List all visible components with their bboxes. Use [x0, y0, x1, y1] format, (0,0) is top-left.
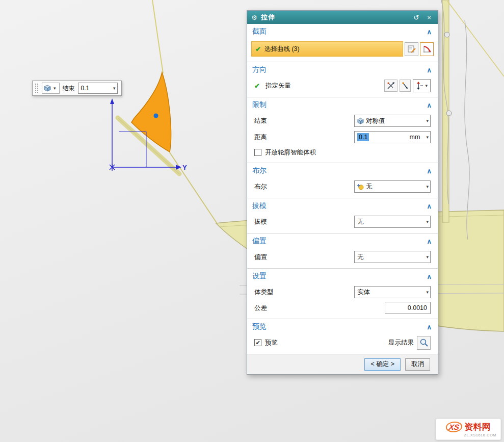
- body-type-label: 体类型: [254, 288, 274, 297]
- cube-icon: [44, 85, 51, 92]
- offset-label: 偏置: [254, 253, 267, 262]
- boolean-row: 布尔 无 ▾: [247, 178, 438, 195]
- point-vector-button[interactable]: [400, 80, 411, 92]
- draft-value: 无: [357, 218, 364, 226]
- curve-rule-icon: [422, 44, 432, 54]
- draft-label: 拔模: [254, 218, 267, 226]
- end-row: 结束 对称值 ▾: [247, 113, 438, 129]
- open-profile-label: 开放轮廓智能体积: [265, 148, 316, 157]
- mini-distance-value: 0.1: [81, 85, 90, 92]
- boolean-group-header[interactable]: 布尔 ∧: [247, 163, 438, 178]
- select-curves-row: ✔ 选择曲线 (3): [247, 39, 438, 59]
- end-option-dropdown[interactable]: ▾: [42, 83, 60, 94]
- sail-point-handle[interactable]: [154, 114, 158, 118]
- distance-input[interactable]: 0.1 mm ▾: [354, 131, 431, 143]
- show-result-button[interactable]: [417, 336, 431, 350]
- drag-handle[interactable]: [35, 83, 39, 93]
- preview-label: 预览: [265, 339, 278, 347]
- select-curves-field[interactable]: ✔ 选择曲线 (3): [251, 41, 403, 57]
- sail-selected-shape[interactable]: [131, 72, 171, 152]
- chevron-up-icon[interactable]: ∧: [427, 28, 432, 36]
- group-offset: 偏置 ∧ 偏置 无 ▾: [247, 233, 438, 268]
- draft-group-header[interactable]: 拔模 ∧: [247, 198, 438, 214]
- specify-vector-label: 指定矢量: [266, 82, 291, 90]
- vector-crossed-arrows-icon: [387, 82, 395, 90]
- curve-endpoint-1[interactable]: [444, 32, 449, 37]
- vector-dialog-button[interactable]: [384, 80, 397, 92]
- distance-unit[interactable]: mm: [407, 134, 425, 141]
- frame-curve-2: [465, 20, 469, 240]
- tolerance-label: 公差: [254, 304, 267, 313]
- direction-group-header[interactable]: 方向 ∧: [247, 62, 438, 77]
- caret-down-icon: ▾: [425, 220, 430, 224]
- caret-down-icon: ▾: [112, 86, 117, 91]
- section-header-label: 截面: [252, 27, 267, 36]
- caret-down-icon: ▾: [425, 255, 430, 259]
- draft-dropdown[interactable]: 无 ▾: [354, 216, 431, 228]
- reverse-direction-dropdown[interactable]: ▾: [413, 79, 431, 92]
- settings-header-label: 设置: [252, 272, 267, 281]
- chevron-up-icon[interactable]: ∧: [427, 202, 432, 210]
- chevron-up-icon[interactable]: ∧: [427, 167, 432, 175]
- direction-header-label: 方向: [252, 65, 267, 74]
- limits-header-label: 限制: [252, 100, 267, 110]
- offset-dropdown[interactable]: 无 ▾: [354, 251, 431, 263]
- sketch-section-button[interactable]: [405, 42, 418, 56]
- boolean-none-icon: [357, 184, 364, 190]
- sketch-section-icon: [407, 44, 416, 54]
- specify-vector-row: ✔ 指定矢量: [247, 77, 438, 94]
- caret-down-icon: ▾: [425, 185, 430, 189]
- open-profile-row: 开放轮廓智能体积: [247, 145, 438, 160]
- chevron-up-icon[interactable]: ∧: [427, 66, 432, 74]
- distance-value: 0.1: [357, 133, 369, 141]
- tolerance-value: 0.0010: [408, 304, 427, 311]
- mini-distance-dropdown[interactable]: 0.1 ▾: [78, 83, 118, 94]
- body-type-dropdown[interactable]: 实体 ▾: [354, 286, 431, 298]
- distance-row: 距离 0.1 mm ▾: [247, 129, 438, 145]
- chevron-up-icon[interactable]: ∧: [427, 101, 432, 109]
- chevron-up-icon[interactable]: ∧: [427, 323, 432, 331]
- group-preview: 预览 ∧ ✔ 预览 显示结果: [247, 319, 438, 354]
- distance-label: 距离: [254, 133, 267, 142]
- point-arrow-icon: [402, 82, 409, 89]
- check-icon: ✔: [254, 82, 260, 90]
- axis-up-arrowhead: [110, 98, 114, 104]
- reverse-direction-icon: [415, 81, 423, 90]
- onscreen-input-toolbar[interactable]: ▾ 结束 0.1 ▾: [32, 81, 122, 96]
- end-label: 结束: [254, 117, 267, 125]
- dialog-title-bar[interactable]: ⚙ 拉伸 ↺ ×: [247, 11, 438, 24]
- boolean-label: 布尔: [254, 183, 267, 191]
- open-profile-checkbox[interactable]: [254, 149, 261, 156]
- watermark-brand: 资料网: [465, 421, 491, 433]
- close-button[interactable]: ×: [425, 14, 434, 21]
- limits-group-header[interactable]: 限制 ∧: [247, 97, 438, 113]
- curve-rule-button[interactable]: [420, 42, 434, 56]
- preview-row: ✔ 预览 显示结果: [247, 334, 438, 351]
- preview-group-header[interactable]: 预览 ∧: [247, 319, 438, 334]
- preview-checkbox[interactable]: ✔: [254, 339, 261, 346]
- tolerance-input[interactable]: 0.0010: [385, 302, 431, 314]
- section-group-header[interactable]: 截面 ∧: [247, 24, 438, 39]
- boolean-dropdown[interactable]: 无 ▾: [354, 180, 431, 193]
- magnifier-icon: [419, 338, 429, 347]
- extrude-dialog: ⚙ 拉伸 ↺ × 截面 ∧ ✔ 选择曲线 (3): [247, 10, 438, 375]
- dialog-footer: < 确定 > 取消: [247, 354, 438, 374]
- watermark-url: ZL.XS1616.COM: [464, 433, 500, 437]
- group-draft: 拔模 ∧ 拔模 无 ▾: [247, 198, 438, 233]
- mini-end-label: 结束: [63, 84, 75, 93]
- end-dropdown[interactable]: 对称值 ▾: [354, 115, 431, 127]
- rigging-line-right: [447, 1, 504, 76]
- y-axis-label: Y: [182, 164, 187, 171]
- reset-button[interactable]: ↺: [412, 14, 421, 21]
- chevron-up-icon[interactable]: ∧: [427, 273, 432, 280]
- cancel-button[interactable]: 取消: [405, 358, 430, 371]
- chevron-up-icon[interactable]: ∧: [427, 238, 432, 245]
- curve-endpoint-2[interactable]: [446, 111, 452, 116]
- caret-down-icon: ▾: [425, 290, 430, 295]
- ok-button[interactable]: < 确定 >: [364, 358, 401, 371]
- settings-group-header[interactable]: 设置 ∧: [247, 269, 438, 284]
- offset-row: 偏置 无 ▾: [247, 249, 438, 265]
- offset-group-header[interactable]: 偏置 ∧: [247, 233, 438, 249]
- offset-header-label: 偏置: [252, 237, 267, 246]
- tolerance-row: 公差 0.0010: [247, 300, 438, 316]
